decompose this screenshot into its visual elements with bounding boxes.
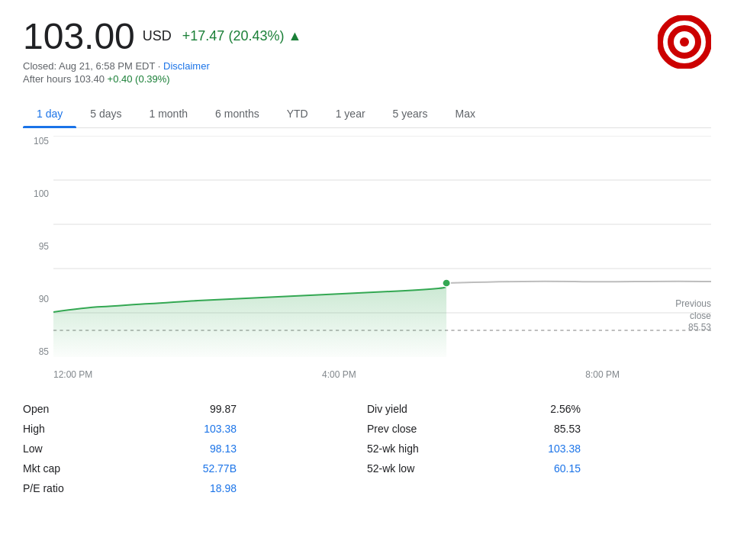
y-label-105: 105 (23, 136, 53, 146)
price-section: 103.00 USD +17.47 (20.43%) ▲ Closed: Aug… (23, 15, 301, 85)
stat-pe-label: P/E ratio (23, 482, 64, 494)
chart-container: 105 100 95 90 85 (23, 136, 711, 380)
after-hours: After hours 103.40 +0.40 (0.39%) (23, 73, 301, 85)
chart-svg (53, 136, 711, 357)
stat-divyield-label: Div yield (367, 403, 407, 415)
x-label-8pm: 8:00 PM (585, 369, 620, 380)
stat-52high-value: 103.38 (548, 443, 581, 455)
stat-mktcap-value: 52.77B (203, 462, 237, 475)
stat-52high-label: 52-wk high (367, 443, 419, 455)
stat-open: Open 99.87 (23, 403, 237, 415)
tab-1day[interactable]: 1 day (23, 100, 76, 127)
y-label-90: 90 (23, 294, 53, 304)
prev-close-label: Previous close 85.53 (675, 298, 711, 334)
x-axis: 12:00 PM 4:00 PM 8:00 PM (53, 369, 620, 380)
stat-prevclose: Prev close 85.53 (367, 423, 581, 435)
y-label-100: 100 (23, 188, 53, 199)
stat-low: Low 98.13 (23, 443, 237, 455)
stat-52low: 52-wk low 60.15 (367, 462, 581, 475)
stat-open-value: 99.87 (210, 403, 237, 415)
x-label-12pm: 12:00 PM (53, 369, 92, 380)
stat-prevclose-label: Prev close (367, 423, 417, 435)
stat-52high: 52-wk high 103.38 (367, 443, 581, 455)
stat-52low-label: 52-wk low (367, 462, 414, 475)
tab-6months[interactable]: 6 months (201, 100, 273, 127)
stock-price: 103.00 (23, 15, 135, 57)
x-label-4pm: 4:00 PM (322, 369, 356, 380)
stat-divyield-value: 2.56% (550, 403, 581, 415)
price-change: +17.47 (20.43%) ▲ (182, 28, 301, 44)
price-meta: Closed: Aug 21, 6:58 PM EDT · Disclaimer (23, 60, 301, 72)
stat-open-label: Open (23, 403, 49, 415)
after-hours-change: +0.40 (0.39%) (108, 73, 170, 85)
stat-mktcap-label: Mkt cap (23, 462, 60, 475)
stat-prevclose-value: 85.53 (554, 423, 581, 435)
chart-area: 105 100 95 90 85 (23, 136, 711, 380)
stats-section: Open 99.87 High 103.38 Low 98.13 Mkt cap… (23, 395, 711, 502)
tab-ytd[interactable]: YTD (273, 100, 322, 127)
price-main: 103.00 USD +17.47 (20.43%) ▲ (23, 15, 301, 57)
tab-5days[interactable]: 5 days (76, 100, 135, 127)
y-label-85: 85 (23, 346, 53, 357)
tab-1month[interactable]: 1 month (136, 100, 202, 127)
stat-high-value: 103.38 (204, 423, 237, 435)
stat-low-label: Low (23, 443, 43, 455)
stat-high-label: High (23, 423, 45, 435)
tab-5years[interactable]: 5 years (379, 100, 442, 127)
tab-max[interactable]: Max (442, 100, 489, 127)
stats-left: Open 99.87 High 103.38 Low 98.13 Mkt cap… (23, 403, 367, 502)
target-logo (658, 15, 711, 72)
time-tabs: 1 day 5 days 1 month 6 months YTD 1 year… (23, 100, 711, 128)
y-label-95: 95 (23, 241, 53, 252)
stat-divyield: Div yield 2.56% (367, 403, 581, 415)
main-container: 103.00 USD +17.47 (20.43%) ▲ Closed: Aug… (0, 0, 734, 517)
disclaimer-link[interactable]: Disclaimer (163, 60, 210, 72)
stat-mktcap: Mkt cap 52.77B (23, 462, 237, 475)
y-axis: 105 100 95 90 85 (23, 136, 53, 357)
stat-pe: P/E ratio 18.98 (23, 482, 237, 494)
stat-52low-value: 60.15 (554, 462, 581, 475)
stat-high: High 103.38 (23, 423, 237, 435)
stat-pe-value: 18.98 (210, 482, 237, 494)
stats-right: Div yield 2.56% Prev close 85.53 52-wk h… (367, 403, 711, 502)
svg-point-2 (680, 37, 689, 47)
header: 103.00 USD +17.47 (20.43%) ▲ Closed: Aug… (23, 15, 711, 85)
svg-point-9 (443, 279, 451, 287)
tab-1year[interactable]: 1 year (322, 100, 379, 127)
up-arrow-icon: ▲ (288, 28, 301, 43)
stat-low-value: 98.13 (210, 443, 237, 455)
currency-label: USD (143, 28, 172, 44)
